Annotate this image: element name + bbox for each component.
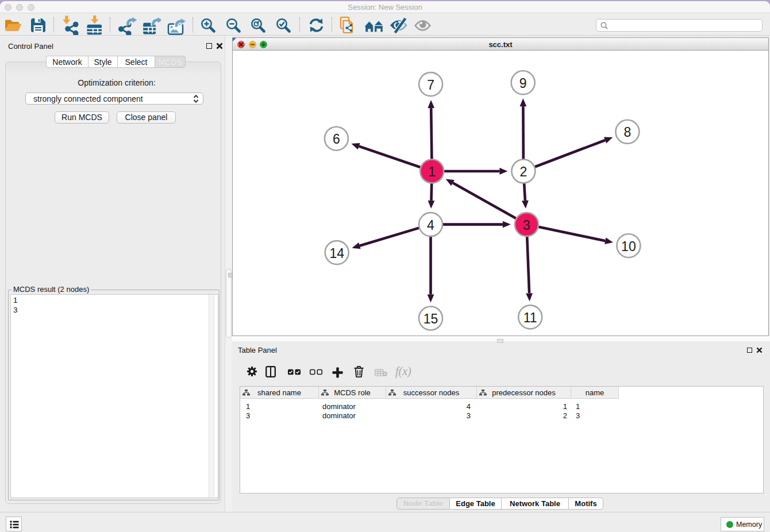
svg-text:15: 15: [424, 311, 438, 326]
svg-text:3: 3: [523, 218, 530, 233]
svg-text:6: 6: [333, 132, 340, 147]
svg-text:1: 1: [428, 164, 436, 179]
svg-text:10: 10: [621, 239, 636, 254]
svg-text:7: 7: [427, 78, 434, 92]
svg-text:8: 8: [624, 125, 632, 140]
svg-text:4: 4: [427, 218, 434, 233]
svg-text:2: 2: [520, 164, 528, 179]
svg-text:14: 14: [329, 246, 344, 261]
svg-text:11: 11: [523, 310, 537, 325]
svg-text:9: 9: [519, 76, 527, 91]
